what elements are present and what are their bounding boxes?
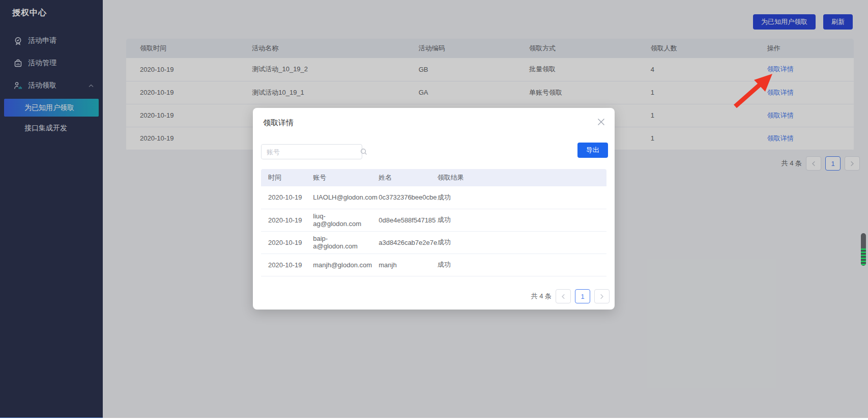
page-number[interactable]: 1 xyxy=(575,289,590,303)
cell-account: LIAOLH@glodon.com xyxy=(306,186,371,209)
cell-name: 0d8e4e588f547185 xyxy=(371,209,430,231)
scrollbar-thumb[interactable] xyxy=(861,233,866,266)
export-button[interactable]: 导出 xyxy=(577,143,608,158)
dialog-table-header-row: 时间 账号 姓名 领取结果 xyxy=(261,169,606,186)
account-search-box xyxy=(261,144,362,159)
account-search-input[interactable] xyxy=(262,145,360,159)
app-root: 授权中心 活动申请 活动管理 活动领取 xyxy=(0,0,868,420)
cell-result: 成功 xyxy=(430,231,606,254)
dialog-pagination: 共 4 条 1 xyxy=(531,289,610,303)
dialog-table-wrap: 时间 账号 姓名 领取结果 2020-10-19 LIAOLH@glodon.c… xyxy=(261,169,606,276)
cell-result: 成功 xyxy=(430,186,606,209)
search-icon[interactable] xyxy=(360,148,367,155)
close-icon[interactable] xyxy=(596,117,605,126)
table-row: 2020-10-19 LIAOLH@glodon.com 0c3732376be… xyxy=(261,186,606,209)
col-time: 时间 xyxy=(261,169,306,186)
cell-time: 2020-10-19 xyxy=(261,209,306,231)
red-arrow-annotation xyxy=(728,69,778,112)
claim-details-dialog: 领取详情 导出 时间 账号 姓名 领取结果 xyxy=(253,108,615,310)
col-account: 账号 xyxy=(306,169,371,186)
cell-time: 2020-10-19 xyxy=(261,254,306,276)
dialog-title: 领取详情 xyxy=(263,118,294,128)
cell-name: manjh xyxy=(371,254,430,276)
prev-page-icon[interactable] xyxy=(556,289,571,303)
cell-result: 成功 xyxy=(430,254,606,276)
cell-time: 2020-10-19 xyxy=(261,186,306,209)
cell-account: liuq-ag@glodon.com xyxy=(306,209,371,231)
total-count: 共 4 条 xyxy=(531,292,552,301)
table-row: 2020-10-19 manjh@glodon.com manjh 成功 xyxy=(261,254,606,276)
col-result: 领取结果 xyxy=(430,169,606,186)
cell-result: 成功 xyxy=(430,209,606,231)
cell-account: baip-a@glodon.com xyxy=(306,231,371,254)
col-name: 姓名 xyxy=(371,169,430,186)
cell-account: manjh@glodon.com xyxy=(306,254,371,276)
bottom-strip xyxy=(0,418,868,420)
cell-name: a3d8426cab7e2e7e xyxy=(371,231,430,254)
table-row: 2020-10-19 baip-a@glodon.com a3d8426cab7… xyxy=(261,231,606,254)
table-row: 2020-10-19 liuq-ag@glodon.com 0d8e4e588f… xyxy=(261,209,606,231)
cell-name: 0c3732376bee0cbe xyxy=(371,186,430,209)
cell-time: 2020-10-19 xyxy=(261,231,306,254)
next-page-icon[interactable] xyxy=(594,289,610,303)
scrollbar-green-markers xyxy=(861,248,866,266)
claim-details-table: 时间 账号 姓名 领取结果 2020-10-19 LIAOLH@glodon.c… xyxy=(261,169,606,276)
